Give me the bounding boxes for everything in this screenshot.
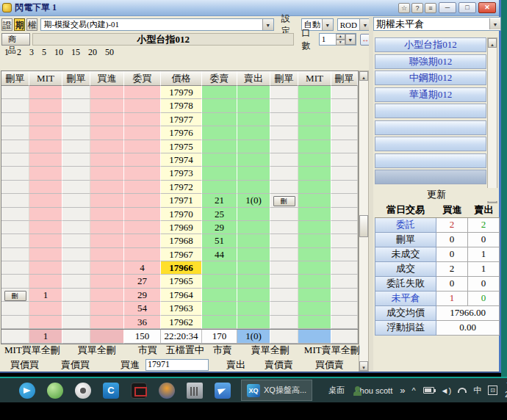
- cancel-cell[interactable]: [331, 140, 358, 153]
- ask-volume-cell[interactable]: [202, 289, 237, 302]
- mit-sell-cell[interactable]: [298, 140, 331, 153]
- buy-cell[interactable]: [90, 330, 124, 344]
- ask-total-cell[interactable]: 170: [202, 330, 237, 344]
- cancel-cell[interactable]: [1, 234, 29, 247]
- ask-volume-cell[interactable]: [202, 181, 237, 194]
- market-globe-icon[interactable]: [47, 383, 63, 399]
- quick-qty-3[interactable]: 3: [29, 47, 34, 57]
- watchlist-item[interactable]: [375, 170, 486, 184]
- ask-volume-cell[interactable]: 44: [202, 248, 237, 261]
- menu-icon[interactable]: ≡: [425, 3, 436, 13]
- mit-buy-cell[interactable]: [29, 167, 62, 180]
- scroll-up-icon[interactable]: [488, 38, 497, 48]
- bid-volume-cell[interactable]: 4: [124, 261, 161, 275]
- mit-sell-cell[interactable]: [298, 153, 331, 167]
- delete-order-button[interactable]: 刪: [4, 291, 26, 301]
- sell-cell[interactable]: [237, 302, 270, 315]
- sell-cell[interactable]: [237, 208, 270, 221]
- bid-volume-cell[interactable]: [124, 194, 161, 207]
- cancel-cell[interactable]: [1, 181, 29, 194]
- buy-cell[interactable]: [90, 126, 124, 140]
- cancel-cell[interactable]: [62, 153, 90, 167]
- taskbar-active-app[interactable]: XQ XQ操盤高...: [241, 380, 312, 401]
- tab-futures[interactable]: 期: [14, 18, 25, 31]
- cancel-cell[interactable]: [331, 181, 358, 194]
- mit-sell-cell[interactable]: [298, 248, 331, 261]
- cancel-cell[interactable]: [331, 99, 358, 112]
- cancel-cell[interactable]: [1, 153, 29, 167]
- quantity-stepper[interactable]: 1 ▲ ▼: [319, 33, 356, 46]
- mit-buy-cell[interactable]: [29, 275, 62, 288]
- watchlist-item[interactable]: [375, 137, 486, 151]
- mit-buy-cell[interactable]: [29, 316, 62, 329]
- sell-cell[interactable]: [237, 289, 270, 302]
- buy-cell[interactable]: [90, 234, 124, 247]
- scrollbar-thumb[interactable]: [359, 215, 368, 237]
- sell-at-ask-button[interactable]: 賣價賣: [265, 358, 293, 372]
- cancel-cell[interactable]: [270, 208, 298, 221]
- buy-cell[interactable]: [90, 140, 124, 153]
- mit-buy-cell[interactable]: 1: [29, 289, 62, 302]
- cancel-cell[interactable]: [62, 113, 90, 126]
- sell-order-cell[interactable]: 1(0): [237, 330, 270, 344]
- cancel-cell[interactable]: [270, 275, 298, 288]
- cancel-cell[interactable]: [270, 330, 298, 344]
- cancel-cell[interactable]: [331, 208, 358, 221]
- cancel-cell[interactable]: [331, 248, 358, 261]
- toolbar-chevron-icon[interactable]: »: [400, 385, 405, 396]
- mit-buy-cell[interactable]: [29, 153, 62, 167]
- cancel-cell[interactable]: [1, 208, 29, 221]
- cancel-cell[interactable]: [331, 330, 358, 344]
- bid-volume-cell[interactable]: [124, 99, 161, 112]
- cancel-cell[interactable]: [62, 99, 90, 112]
- minimize-button[interactable]: ─: [439, 2, 456, 13]
- ask-volume-cell[interactable]: 25: [202, 208, 237, 221]
- mit-sell-cell[interactable]: [298, 261, 331, 275]
- maximize-button[interactable]: □: [459, 2, 476, 13]
- cancel-cell[interactable]: [331, 194, 358, 207]
- sell-cell[interactable]: [237, 153, 270, 167]
- cancel-cell[interactable]: [62, 275, 90, 288]
- battery-icon[interactable]: [423, 387, 434, 394]
- ask-volume-cell[interactable]: [202, 153, 237, 167]
- mit-buy-cell[interactable]: [29, 113, 62, 126]
- update-button[interactable]: 更新: [375, 188, 498, 201]
- cancel-cell[interactable]: [62, 126, 90, 140]
- mit-sell-cell[interactable]: [298, 126, 331, 140]
- watchlist-item[interactable]: 小型台指012: [375, 37, 486, 52]
- cancel-cell[interactable]: [270, 181, 298, 194]
- cancel-cell[interactable]: [331, 153, 358, 167]
- cancel-cell[interactable]: [1, 221, 29, 234]
- cancel-cell[interactable]: [1, 316, 29, 329]
- buy-cell[interactable]: [90, 275, 124, 288]
- help-icon[interactable]: ?: [411, 3, 423, 13]
- mit-sell-cell[interactable]: [298, 99, 331, 112]
- mit-buy-cell[interactable]: [29, 194, 62, 207]
- cancel-cell[interactable]: [62, 221, 90, 234]
- cancel-cell[interactable]: [1, 330, 29, 344]
- mit-sell-cell[interactable]: [298, 275, 331, 288]
- cancel-cell[interactable]: [62, 316, 90, 329]
- mit-sell-cell[interactable]: [298, 316, 331, 329]
- cancel-cell[interactable]: [270, 234, 298, 247]
- cancel-cell[interactable]: [62, 194, 90, 207]
- quick-qty-2[interactable]: 2: [17, 47, 21, 57]
- mit-buy-cancel-all-button[interactable]: MIT買單全刪: [4, 344, 60, 357]
- bid-volume-cell[interactable]: [124, 234, 161, 247]
- cancel-cell[interactable]: [270, 140, 298, 153]
- sell-at-bid-button[interactable]: 買價賣: [315, 358, 344, 372]
- ask-volume-cell[interactable]: [202, 126, 237, 140]
- buy-cell[interactable]: [90, 86, 124, 99]
- market-buy-button[interactable]: 市買: [138, 344, 157, 357]
- ask-volume-cell[interactable]: [202, 113, 237, 126]
- bid-volume-cell[interactable]: [124, 140, 161, 153]
- cancel-cell[interactable]: [1, 86, 29, 99]
- cancel-cell[interactable]: [331, 316, 358, 329]
- pin-icon[interactable]: ☆: [398, 3, 410, 13]
- cancel-cell[interactable]: [331, 261, 358, 275]
- cancel-cell[interactable]: [331, 234, 358, 247]
- cancel-cell[interactable]: [1, 302, 29, 315]
- scroll-up-icon[interactable]: [359, 71, 368, 81]
- bid-volume-cell[interactable]: [124, 248, 161, 261]
- watchlist-item[interactable]: [375, 120, 486, 135]
